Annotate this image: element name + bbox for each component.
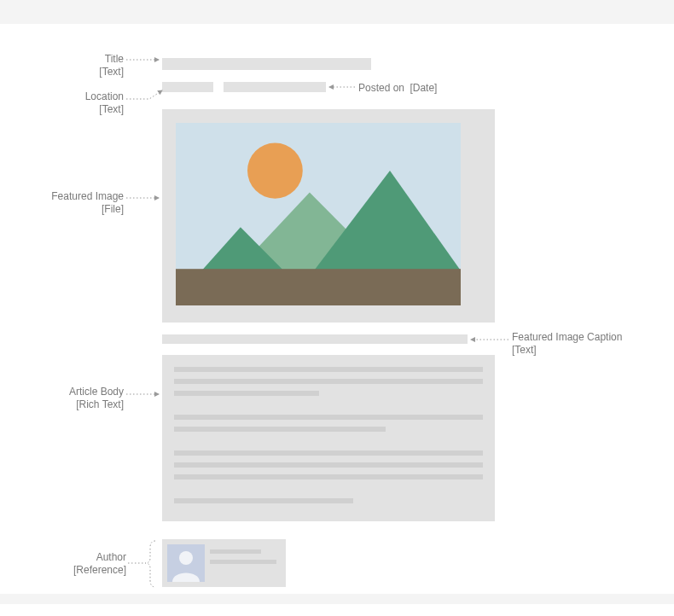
article-body-block xyxy=(162,355,495,521)
annot-location-type: [Text] xyxy=(51,103,124,116)
annot-title-label: Title xyxy=(105,53,124,65)
annot-caption-label: Featured Image Caption xyxy=(512,331,622,343)
annot-author-label: Author xyxy=(96,551,126,563)
avatar-icon xyxy=(167,544,205,582)
annot-caption-type: [Text] xyxy=(512,344,622,357)
annot-body-label: Article Body xyxy=(69,386,124,398)
annot-title: Title [Text] xyxy=(60,53,124,78)
featured-image-illustration xyxy=(176,123,461,305)
annot-postedon-type: [Date] xyxy=(410,82,437,94)
annot-caption: Featured Image Caption [Text] xyxy=(512,331,622,357)
posted-on-placeholder xyxy=(224,82,326,92)
annot-featimg-label: Featured Image xyxy=(51,190,124,202)
author-block xyxy=(162,539,286,587)
caption-placeholder xyxy=(162,334,468,344)
ground-icon xyxy=(176,269,461,305)
top-bar xyxy=(0,0,674,24)
annot-location-label: Location xyxy=(85,90,124,102)
annot-body: Article Body [Rich Text] xyxy=(43,386,124,411)
annot-location: Location [Text] xyxy=(51,90,124,116)
annot-featimg-type: [File] xyxy=(26,203,124,216)
annot-author-type: [Reference] xyxy=(49,564,126,577)
svg-point-0 xyxy=(179,551,193,565)
location-placeholder xyxy=(162,82,213,92)
annot-posted-on: Posted on [Date] xyxy=(358,82,437,95)
annot-title-type: [Text] xyxy=(60,66,124,78)
annot-postedon-label: Posted on xyxy=(358,82,404,94)
title-placeholder xyxy=(162,58,371,70)
diagram-stage: Title [Text] Posted on [Date] Location [… xyxy=(0,24,674,604)
featured-image-block xyxy=(162,109,495,323)
annot-featured-image: Featured Image [File] xyxy=(26,190,124,216)
annot-body-type: [Rich Text] xyxy=(43,398,124,411)
bottom-bar xyxy=(0,594,674,604)
annot-author: Author [Reference] xyxy=(49,551,126,577)
sun-icon xyxy=(247,142,303,198)
